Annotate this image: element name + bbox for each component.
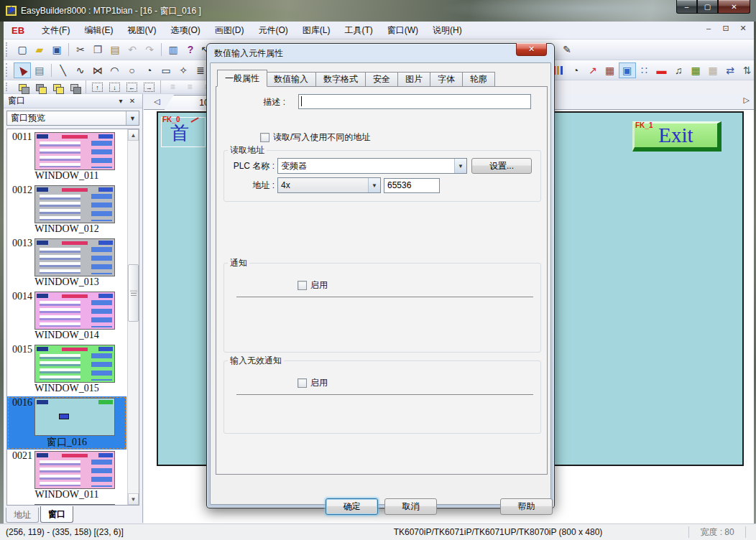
event-display-icon[interactable]: ▦	[687, 62, 704, 78]
window-list-item[interactable]: 0021WINDOW_011	[7, 450, 126, 503]
menu-item-9[interactable]: 说明(H)	[425, 22, 469, 39]
data-transfer-icon[interactable]: ⇄	[722, 62, 739, 78]
rectangle-tool-icon[interactable]: ▭	[157, 62, 175, 78]
window-list-item[interactable]: 0016窗口_016	[7, 396, 126, 450]
about-icon[interactable]: ?	[182, 42, 199, 57]
nudge-down-icon[interactable]: ↓	[106, 81, 124, 93]
layer-to-front-icon[interactable]	[48, 81, 65, 93]
edit-note-icon[interactable]: ✎	[558, 42, 576, 57]
sound-icon[interactable]: ♫	[670, 62, 687, 78]
address-value-input[interactable]	[384, 178, 440, 193]
xy-plot-icon[interactable]: ∷	[636, 62, 653, 78]
checkbox-icon[interactable]	[298, 281, 307, 290]
nudge-left-icon[interactable]: ←	[123, 81, 140, 93]
dialog-tab-2[interactable]: 数字格式	[316, 72, 366, 87]
dialog-tab-5[interactable]: 字体	[430, 72, 463, 87]
tab-scroll-right-icon[interactable]: ▷	[744, 96, 750, 105]
nudge-right-icon[interactable]: →	[140, 81, 157, 93]
checkbox-icon[interactable]	[298, 378, 307, 388]
line-tool-icon[interactable]: ╲	[55, 62, 72, 78]
circle-tool-icon[interactable]: ○	[123, 62, 140, 78]
cut-icon[interactable]: ✂	[72, 42, 89, 57]
plc-name-combobox[interactable]: 变频器 ▼	[277, 158, 467, 174]
undo-icon[interactable]: ↶	[124, 42, 141, 57]
menu-item-8[interactable]: 窗口(W)	[380, 22, 425, 39]
panel-close-icon[interactable]: ✕	[126, 97, 138, 105]
cancel-button[interactable]: 取消	[384, 498, 437, 515]
scroll-down-icon[interactable]: ▼	[128, 493, 139, 505]
combo-arrow-icon[interactable]: ▼	[368, 178, 380, 192]
help-button[interactable]: 帮助	[500, 498, 553, 515]
dialog-tab-3[interactable]: 安全	[366, 72, 398, 87]
description-input[interactable]	[298, 94, 531, 109]
menu-item-6[interactable]: 图库(L)	[295, 22, 338, 39]
object-properties-icon[interactable]: ▤	[31, 62, 48, 78]
minimize-button[interactable]: –	[676, 0, 697, 14]
resize-grip[interactable]	[746, 524, 756, 540]
function-key-object-fk0[interactable]: FK_0 首	[161, 117, 206, 147]
combo-arrow-icon[interactable]: ▼	[454, 159, 466, 173]
pie-tool-icon[interactable]: ◔	[140, 62, 157, 78]
nudge-up-icon[interactable]: ↑	[89, 81, 106, 93]
dialog-tab-1[interactable]: 数值输入	[267, 72, 316, 87]
maximize-button[interactable]: ▢	[697, 0, 718, 14]
notification-enable-checkbox[interactable]: 启用	[298, 279, 328, 292]
save-icon[interactable]: ▣	[48, 42, 65, 57]
polyline-tool-icon[interactable]: ⋈	[89, 62, 106, 78]
align-center-icon[interactable]: ≡	[181, 81, 198, 93]
menu-item-7[interactable]: 工具(T)	[337, 22, 379, 39]
new-icon[interactable]: ▢	[14, 42, 31, 57]
alarm-bar-icon[interactable]: ▬	[653, 62, 670, 78]
menu-item-5[interactable]: 元件(O)	[251, 22, 295, 39]
align-left-icon[interactable]: ≡	[164, 81, 181, 93]
mdi-minimize-button[interactable]: –	[703, 24, 714, 33]
layer-to-back-icon[interactable]	[65, 81, 83, 93]
menu-item-0[interactable]: 文件(F)	[34, 22, 77, 39]
address-type-combobox[interactable]: 4x ▼	[277, 177, 381, 193]
menu-item-2[interactable]: 视图(V)	[120, 22, 163, 39]
invalid-input-enable-checkbox[interactable]: 启用	[298, 377, 328, 389]
window-preview-dropdown[interactable]: 窗口预览 ▼	[6, 111, 139, 126]
window-list-item[interactable]: 0015WINDOW_015	[7, 343, 126, 396]
trend-display-icon[interactable]: ↗	[584, 62, 601, 78]
recipe-icon[interactable]: ▦	[704, 62, 722, 78]
dialog-tab-0[interactable]: 一般属性	[217, 70, 267, 87]
picture-object-icon[interactable]: ▣	[619, 62, 636, 78]
scroll-up-icon[interactable]: ▲	[128, 129, 139, 141]
meter-display-icon[interactable]: ◔	[567, 62, 584, 78]
ok-button[interactable]: 确定	[326, 498, 378, 515]
layer-backward-icon[interactable]	[31, 81, 48, 93]
window-list-item[interactable]: 0014WINDOW_014	[7, 290, 126, 343]
different-address-checkbox[interactable]: 读取/写入使用不同的地址	[260, 131, 370, 144]
polygon-tool-icon[interactable]: ✧	[175, 62, 192, 78]
layer-forward-icon[interactable]	[14, 81, 31, 93]
window-list-item[interactable]: 0013WINDOW_013	[7, 237, 126, 290]
panel-tab-窗口[interactable]: 窗口	[40, 506, 73, 523]
checkbox-icon[interactable]	[260, 133, 269, 142]
select-tool-icon[interactable]	[14, 62, 31, 78]
dialog-close-button[interactable]: ✕	[516, 43, 547, 56]
copy-icon[interactable]: ❐	[89, 42, 106, 57]
bezier-tool-icon[interactable]: ∿	[72, 62, 89, 78]
history-data-icon[interactable]: ▦	[601, 62, 619, 78]
function-key-object-exit[interactable]: FK_1 Exit	[632, 121, 722, 152]
redo-icon[interactable]: ↷	[141, 42, 158, 57]
scrollbar-thumb[interactable]	[128, 264, 139, 322]
window-list-item[interactable]: 0012WINDOW_012	[7, 184, 126, 237]
menu-item-4[interactable]: 画图(D)	[208, 22, 252, 39]
menu-item-3[interactable]: 选项(O)	[163, 22, 207, 39]
arc-tool-icon[interactable]: ◠	[106, 62, 124, 78]
settings-button[interactable]: 设置...	[471, 158, 532, 174]
paste-icon[interactable]: ▤	[106, 42, 124, 57]
panel-menu-icon[interactable]: ▾	[115, 97, 126, 105]
tab-scroll-left-icon[interactable]: ◁	[154, 97, 160, 106]
open-folder-icon[interactable]: ▰	[31, 42, 48, 57]
window-list-item[interactable]: 0022	[7, 503, 126, 505]
close-button[interactable]: ✕	[718, 0, 750, 14]
window-list-item[interactable]: 0011WINDOW_011	[7, 131, 126, 184]
menu-item-1[interactable]: 编辑(E)	[77, 22, 120, 39]
print-icon[interactable]: ▥	[165, 42, 182, 57]
window-list-scrollbar[interactable]: ▲ ▼	[127, 129, 139, 505]
mdi-restore-button[interactable]: ⊡	[720, 24, 732, 33]
dialog-tab-4[interactable]: 图片	[398, 72, 430, 87]
